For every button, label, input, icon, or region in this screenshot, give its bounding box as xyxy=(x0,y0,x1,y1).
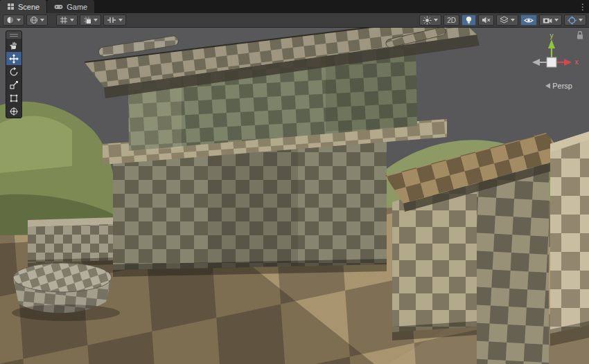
tools-overlay xyxy=(6,30,22,118)
chevron-down-icon xyxy=(70,19,74,21)
move-icon xyxy=(9,54,19,64)
gizmo-crosshair-icon xyxy=(568,16,577,25)
gizmo-center-cube[interactable] xyxy=(547,57,556,67)
game-tab-icon xyxy=(54,3,63,10)
2d-toggle[interactable]: 2D xyxy=(443,15,459,26)
chevron-down-icon xyxy=(40,19,44,21)
shading-mode-dropdown[interactable] xyxy=(26,15,48,26)
grid-snap-icon xyxy=(83,16,91,24)
gizmos-dropdown[interactable] xyxy=(564,15,586,26)
layers-dropdown[interactable] xyxy=(496,15,518,26)
tab-game[interactable]: Game xyxy=(47,0,95,13)
camera-icon xyxy=(543,17,552,24)
effects-dropdown[interactable] xyxy=(419,15,441,26)
checkered-pillar[interactable] xyxy=(550,131,589,346)
chevron-down-icon xyxy=(94,19,98,21)
lock-icon[interactable] xyxy=(576,30,584,40)
tab-scene[interactable]: Scene xyxy=(0,0,47,13)
chevron-down-icon xyxy=(118,19,123,21)
audio-toggle[interactable] xyxy=(478,15,494,26)
rect-tool[interactable] xyxy=(6,91,21,104)
tab-game-label: Game xyxy=(67,3,87,11)
draw-mode-icon xyxy=(6,16,15,24)
transform-icon xyxy=(9,107,19,116)
chevron-down-icon xyxy=(17,19,21,21)
tab-bar: Scene Game ⋮ xyxy=(0,0,589,13)
shading-mode-icon xyxy=(30,16,38,24)
layers-icon xyxy=(500,16,509,24)
view-tool[interactable] xyxy=(6,39,21,52)
scene-tab-icon xyxy=(7,3,15,10)
draw-mode-dropdown[interactable] xyxy=(3,15,24,26)
grid-icon xyxy=(60,16,68,24)
rotate-icon xyxy=(9,67,19,77)
scene-viewport[interactable]: y x Persp xyxy=(0,28,589,364)
projection-label: Persp xyxy=(552,82,572,90)
scene-visibility-toggle[interactable] xyxy=(520,15,537,26)
tab-menu-button[interactable]: ⋮ xyxy=(577,0,589,13)
scale-icon xyxy=(9,80,19,90)
axis-y-cone[interactable] xyxy=(548,39,555,48)
transform-tool[interactable] xyxy=(6,104,21,118)
rect-icon xyxy=(9,93,19,103)
chevron-down-icon xyxy=(511,19,515,21)
scene-view-canvas[interactable] xyxy=(0,28,589,364)
tab-bar-spacer xyxy=(95,0,577,13)
scale-tool[interactable] xyxy=(6,78,21,91)
audio-muted-icon xyxy=(482,16,491,24)
light-bulb-icon xyxy=(465,16,473,25)
camera-dropdown[interactable] xyxy=(539,15,562,26)
scene-toolbar: 2D xyxy=(0,13,589,28)
lighting-toggle[interactable] xyxy=(461,15,476,26)
axis-y-label: y xyxy=(550,33,554,39)
orientation-gizmo[interactable]: y x xyxy=(524,33,579,83)
chevron-down-icon xyxy=(579,19,583,21)
chevron-down-icon xyxy=(554,19,559,21)
move-tool[interactable] xyxy=(6,52,21,65)
projection-indicator[interactable]: Persp xyxy=(545,82,572,90)
eye-icon xyxy=(524,17,534,24)
grid-snap-dropdown[interactable] xyxy=(80,15,101,26)
chevron-down-icon xyxy=(434,19,438,21)
checkered-low-wall[interactable] xyxy=(28,217,116,267)
hand-icon xyxy=(9,41,19,51)
sun-icon xyxy=(423,16,432,25)
axis-x-label: x xyxy=(575,58,579,66)
axis-neg-x-cone[interactable] xyxy=(532,59,540,66)
tab-scene-label: Scene xyxy=(18,3,39,11)
snap-settings-dropdown[interactable] xyxy=(103,15,126,26)
2d-toggle-label: 2D xyxy=(447,17,456,24)
axis-x-cone[interactable] xyxy=(564,59,572,66)
grid-visibility-dropdown[interactable] xyxy=(56,15,78,26)
checkered-well[interactable] xyxy=(12,263,120,321)
rotate-tool[interactable] xyxy=(6,65,21,78)
tools-drag-handle[interactable] xyxy=(6,31,21,39)
projection-cone-icon xyxy=(545,83,550,89)
snap-icon xyxy=(107,16,116,24)
